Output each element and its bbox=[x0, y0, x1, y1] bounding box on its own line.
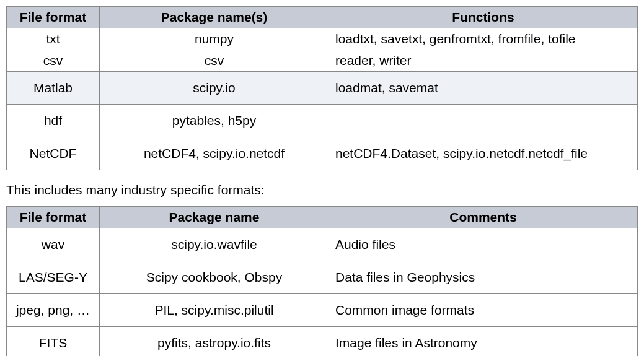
cell-package: PIL, scipy.misc.pilutil bbox=[100, 294, 329, 327]
cell-format: Matlab bbox=[7, 72, 100, 105]
t1-h0: File format bbox=[7, 7, 100, 28]
t2-h1: Package name bbox=[100, 207, 329, 228]
cell-functions: netCDF4.Dataset, scipy.io.netcdf.netcdf_… bbox=[329, 137, 638, 170]
table-row: csvcsvreader, writer bbox=[7, 50, 638, 72]
cell-package: pyfits, astropy.io.fits bbox=[100, 327, 329, 357]
cell-format: NetCDF bbox=[7, 137, 100, 170]
cell-format: jpeg, png, … bbox=[7, 294, 100, 327]
t1-h1: Package name(s) bbox=[100, 7, 329, 28]
cell-package: scipy.io.wavfile bbox=[100, 228, 329, 261]
table-row: jpeg, png, …PIL, scipy.misc.pilutilCommo… bbox=[7, 294, 638, 327]
cell-comments: Audio files bbox=[329, 228, 638, 261]
cell-comments: Data files in Geophysics bbox=[329, 261, 638, 294]
table-row: LAS/SEG-YScipy cookbook, ObspyData files… bbox=[7, 261, 638, 294]
table-row: wavscipy.io.wavfileAudio files bbox=[7, 228, 638, 261]
table-row: FITSpyfits, astropy.io.fitsImage files i… bbox=[7, 327, 638, 357]
cell-comments: Common image formats bbox=[329, 294, 638, 327]
cell-functions bbox=[329, 105, 638, 137]
cell-package: scipy.io bbox=[100, 72, 329, 105]
cell-format: FITS bbox=[7, 327, 100, 357]
cell-package: csv bbox=[100, 50, 329, 72]
cell-format: txt bbox=[7, 28, 100, 50]
table-row: hdfpytables, h5py bbox=[7, 105, 638, 137]
t2-h0: File format bbox=[7, 207, 100, 228]
formats-table-1: File format Package name(s) Functions tx… bbox=[6, 6, 638, 170]
t1-h2: Functions bbox=[329, 7, 638, 28]
cell-functions: loadtxt, savetxt, genfromtxt, fromfile, … bbox=[329, 28, 638, 50]
cell-package: netCDF4, scipy.io.netcdf bbox=[100, 137, 329, 170]
table-row: Matlabscipy.ioloadmat, savemat bbox=[7, 72, 638, 105]
formats-table-2: File format Package name Comments wavsci… bbox=[6, 206, 638, 356]
table-row: NetCDFnetCDF4, scipy.io.netcdfnetCDF4.Da… bbox=[7, 137, 638, 170]
caption-text: This includes many industry specific for… bbox=[6, 183, 638, 198]
table-row: txtnumpyloadtxt, savetxt, genfromtxt, fr… bbox=[7, 28, 638, 50]
cell-functions: loadmat, savemat bbox=[329, 72, 638, 105]
cell-comments: Image files in Astronomy bbox=[329, 327, 638, 357]
cell-package: Scipy cookbook, Obspy bbox=[100, 261, 329, 294]
cell-format: hdf bbox=[7, 105, 100, 137]
cell-package: numpy bbox=[100, 28, 329, 50]
cell-format: csv bbox=[7, 50, 100, 72]
cell-functions: reader, writer bbox=[329, 50, 638, 72]
t2-h2: Comments bbox=[329, 207, 638, 228]
cell-format: LAS/SEG-Y bbox=[7, 261, 100, 294]
cell-format: wav bbox=[7, 228, 100, 261]
cell-package: pytables, h5py bbox=[100, 105, 329, 137]
